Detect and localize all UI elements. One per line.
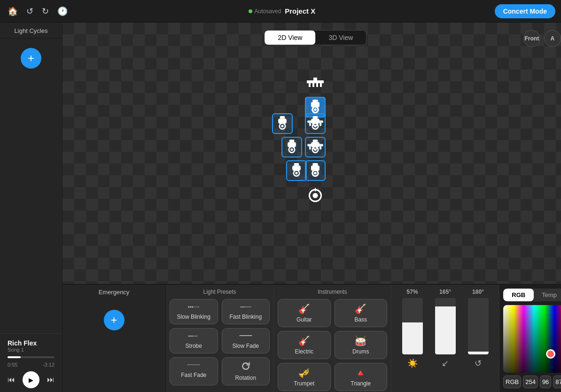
light-unit[interactable] bbox=[281, 137, 302, 157]
svg-point-128 bbox=[197, 306, 198, 307]
fast-blinking-icon bbox=[240, 303, 251, 312]
instrument-drums[interactable]: 🥁 Drums bbox=[335, 331, 388, 359]
svg-point-149 bbox=[197, 336, 198, 337]
slow-blinking-icon bbox=[188, 303, 199, 312]
player: Rich Flex Song 1 0:55 -3:12 ⏮ ▶ ⏭ bbox=[0, 333, 62, 392]
svg-point-57 bbox=[281, 125, 284, 127]
color-tabs: RGB Temp bbox=[503, 289, 561, 301]
svg-point-143 bbox=[191, 336, 192, 337]
concert-mode-button[interactable]: Concert Mode bbox=[495, 4, 555, 18]
progress-bar[interactable] bbox=[8, 356, 55, 358]
bottom-section: Emergency + Light Presets Slow Blinking bbox=[62, 284, 561, 392]
color-picker[interactable] bbox=[503, 305, 561, 373]
strobe-icon bbox=[188, 332, 199, 341]
light-unit[interactable] bbox=[305, 137, 326, 157]
emergency-title: Emergency bbox=[99, 289, 130, 296]
instrument-electric[interactable]: 🎸 Electric bbox=[278, 331, 331, 359]
stage-view: 2D View 3D View Front A bbox=[62, 23, 561, 284]
top-bar-center: Autosaved Project X bbox=[70, 7, 495, 15]
redo-button[interactable]: ↻ bbox=[40, 4, 51, 18]
preset-fast-blinking[interactable]: Fast Blinking bbox=[222, 299, 270, 324]
left-panel: Light Cycles + Rich Flex Song 1 0:55 -3:… bbox=[0, 23, 62, 392]
view-controls: Front A bbox=[523, 30, 561, 47]
slider-label-angle1: 165° bbox=[433, 289, 458, 295]
rgb-g-value[interactable]: 96 bbox=[540, 376, 551, 388]
track-name: Rich Flex bbox=[8, 339, 55, 347]
instrument-guitar[interactable]: 🎸 Guitar bbox=[278, 299, 331, 327]
color-cursor[interactable] bbox=[546, 349, 555, 359]
instrument-label: Guitar bbox=[296, 316, 312, 323]
3d-view-button[interactable]: 3D View bbox=[315, 31, 366, 45]
rgb-label-field: RGB bbox=[503, 376, 521, 388]
light-unit[interactable] bbox=[305, 113, 326, 134]
svg-point-132 bbox=[242, 306, 243, 307]
rotation-icon bbox=[241, 361, 250, 373]
svg-point-148 bbox=[196, 336, 197, 337]
svg-point-121 bbox=[313, 193, 318, 198]
svg-rect-110 bbox=[313, 163, 318, 165]
light-unit[interactable] bbox=[272, 113, 293, 134]
slider-angle2[interactable] bbox=[466, 298, 491, 354]
rgb-b-value[interactable]: 87 bbox=[553, 376, 561, 388]
prev-button[interactable]: ⏮ bbox=[8, 376, 15, 384]
temp-tab[interactable]: Temp bbox=[534, 289, 561, 301]
top-bar: 🏠 ↺ ↻ 🕐 Autosaved Project X Concert Mode bbox=[0, 0, 561, 23]
main-area: Light Cycles + Rich Flex Song 1 0:55 -3:… bbox=[0, 23, 561, 392]
fast-fade-icon bbox=[187, 361, 200, 370]
slider-angle1[interactable] bbox=[433, 298, 458, 354]
time-current: 0:55 bbox=[8, 362, 17, 368]
preset-slow-fade[interactable]: Slow Fade bbox=[222, 328, 270, 353]
play-button[interactable]: ▶ bbox=[23, 371, 39, 388]
2d-view-button[interactable]: 2D View bbox=[265, 31, 316, 45]
rgb-tab[interactable]: RGB bbox=[503, 289, 534, 301]
player-controls: ⏮ ▶ ⏭ bbox=[8, 371, 55, 388]
add-emergency-button[interactable]: + bbox=[104, 310, 125, 330]
history-button[interactable]: 🕐 bbox=[55, 4, 70, 18]
svg-point-136 bbox=[247, 306, 248, 307]
instrument-label: Trumpet bbox=[294, 380, 314, 387]
a-view-button[interactable]: A bbox=[544, 30, 561, 47]
time-row: 0:55 -3:12 bbox=[8, 362, 55, 368]
preset-rotation[interactable]: Rotation bbox=[222, 357, 270, 385]
preset-slow-blinking[interactable]: Slow Blinking bbox=[170, 299, 218, 324]
stage-lights-canvas bbox=[62, 23, 561, 284]
slider-intensity[interactable] bbox=[400, 298, 425, 354]
track-subtitle: Song 1 bbox=[8, 347, 55, 353]
svg-point-123 bbox=[188, 306, 190, 308]
svg-rect-13 bbox=[309, 83, 311, 87]
svg-point-138 bbox=[249, 306, 250, 307]
svg-rect-74 bbox=[289, 140, 295, 142]
next-button[interactable]: ⏭ bbox=[47, 376, 55, 384]
presets-title: Light Presets bbox=[170, 289, 270, 295]
instrument-triangle[interactable]: 🔺 Triangle bbox=[335, 363, 388, 391]
svg-point-53 bbox=[314, 109, 317, 111]
presets-section: Light Presets Slow Blinking Fast Blinkin… bbox=[166, 285, 274, 392]
front-view-button[interactable]: Front bbox=[523, 30, 540, 47]
home-button[interactable]: 🏠 bbox=[6, 4, 20, 18]
svg-point-147 bbox=[195, 336, 196, 337]
instruments-title: Instruments bbox=[278, 289, 387, 295]
emergency-panel: Emergency + bbox=[62, 285, 166, 392]
light-unit[interactable] bbox=[304, 74, 326, 93]
svg-point-145 bbox=[193, 336, 194, 337]
preset-strobe[interactable]: Strobe bbox=[170, 328, 218, 353]
light-unit[interactable] bbox=[286, 160, 307, 181]
light-unit[interactable] bbox=[305, 185, 326, 206]
add-light-cycle-button[interactable]: + bbox=[21, 48, 41, 69]
undo-button[interactable]: ↺ bbox=[24, 4, 35, 18]
rgb-r-value[interactable]: 254 bbox=[523, 376, 538, 388]
electric-icon: 🎸 bbox=[298, 335, 310, 346]
svg-point-97 bbox=[296, 172, 298, 174]
svg-point-133 bbox=[244, 306, 245, 307]
light-unit[interactable] bbox=[305, 160, 326, 181]
preset-fast-fade[interactable]: Fast Fade bbox=[170, 357, 218, 385]
time-total: -3:12 bbox=[43, 362, 55, 368]
svg-point-134 bbox=[245, 306, 246, 307]
svg-rect-54 bbox=[280, 116, 285, 118]
instrument-trumpet[interactable]: 🎺 Trumpet bbox=[278, 363, 331, 391]
instrument-bass[interactable]: 🎸 Bass bbox=[335, 299, 388, 327]
slider-icon-pan: ↺ bbox=[466, 358, 491, 368]
svg-point-146 bbox=[194, 336, 195, 337]
svg-rect-90 bbox=[313, 140, 318, 142]
slider-label-angle2: 180° bbox=[466, 289, 491, 295]
